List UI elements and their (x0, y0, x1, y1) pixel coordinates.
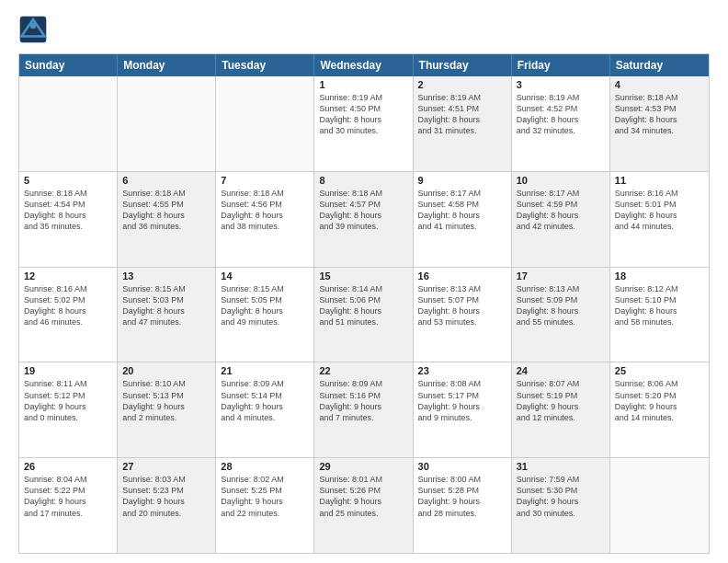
calendar-row-0: 1Sunrise: 8:19 AM Sunset: 4:50 PM Daylig… (19, 76, 709, 171)
calendar-cell-day-17: 17Sunrise: 8:13 AM Sunset: 5:09 PM Dayli… (512, 268, 610, 362)
calendar-cell-empty (216, 76, 314, 171)
calendar-cell-day-11: 11Sunrise: 8:16 AM Sunset: 5:01 PM Dayli… (610, 172, 709, 267)
day-number: 18 (615, 270, 704, 282)
day-info: Sunrise: 8:18 AM Sunset: 4:57 PM Dayligh… (319, 188, 407, 233)
day-number: 4 (615, 79, 704, 90)
day-info: Sunrise: 7:59 AM Sunset: 5:30 PM Dayligh… (517, 474, 605, 519)
calendar-cell-day-25: 25Sunrise: 8:06 AM Sunset: 5:20 PM Dayli… (610, 362, 709, 457)
day-info: Sunrise: 8:12 AM Sunset: 5:10 PM Dayligh… (615, 283, 704, 328)
day-number: 13 (122, 270, 210, 282)
day-info: Sunrise: 8:06 AM Sunset: 5:20 PM Dayligh… (615, 378, 704, 423)
day-info: Sunrise: 8:08 AM Sunset: 5:17 PM Dayligh… (418, 378, 506, 423)
weekday-header-thursday: Thursday (414, 54, 512, 76)
calendar-cell-day-29: 29Sunrise: 8:01 AM Sunset: 5:26 PM Dayli… (314, 458, 413, 553)
day-number: 9 (418, 175, 506, 186)
calendar-cell-day-15: 15Sunrise: 8:14 AM Sunset: 5:06 PM Dayli… (314, 268, 413, 362)
day-number: 21 (221, 365, 309, 376)
day-info: Sunrise: 8:17 AM Sunset: 4:59 PM Dayligh… (517, 188, 605, 233)
calendar-cell-day-26: 26Sunrise: 8:04 AM Sunset: 5:22 PM Dayli… (19, 458, 118, 553)
calendar-cell-day-23: 23Sunrise: 8:08 AM Sunset: 5:17 PM Dayli… (414, 362, 512, 457)
calendar-cell-day-5: 5Sunrise: 8:18 AM Sunset: 4:54 PM Daylig… (19, 172, 118, 267)
calendar-cell-day-12: 12Sunrise: 8:16 AM Sunset: 5:02 PM Dayli… (19, 268, 118, 362)
day-info: Sunrise: 8:00 AM Sunset: 5:28 PM Dayligh… (418, 474, 506, 519)
calendar-cell-day-24: 24Sunrise: 8:07 AM Sunset: 5:19 PM Dayli… (512, 362, 610, 457)
day-info: Sunrise: 8:14 AM Sunset: 5:06 PM Dayligh… (319, 283, 407, 328)
calendar: SundayMondayTuesdayWednesdayThursdayFrid… (18, 53, 710, 554)
calendar-cell-day-20: 20Sunrise: 8:10 AM Sunset: 5:13 PM Dayli… (118, 362, 216, 457)
calendar-cell-day-21: 21Sunrise: 8:09 AM Sunset: 5:14 PM Dayli… (216, 362, 314, 457)
weekday-header-wednesday: Wednesday (314, 54, 413, 76)
calendar-cell-day-13: 13Sunrise: 8:15 AM Sunset: 5:03 PM Dayli… (118, 268, 216, 362)
calendar-cell-day-27: 27Sunrise: 8:03 AM Sunset: 5:23 PM Dayli… (118, 458, 216, 553)
day-info: Sunrise: 8:15 AM Sunset: 5:05 PM Dayligh… (221, 283, 309, 328)
day-number: 20 (122, 365, 210, 376)
day-number: 10 (517, 175, 605, 186)
day-number: 31 (517, 461, 605, 472)
day-number: 11 (615, 175, 704, 186)
day-info: Sunrise: 8:15 AM Sunset: 5:03 PM Dayligh… (122, 283, 210, 328)
calendar-cell-day-14: 14Sunrise: 8:15 AM Sunset: 5:05 PM Dayli… (216, 268, 314, 362)
calendar-cell-day-4: 4Sunrise: 8:18 AM Sunset: 4:53 PM Daylig… (610, 76, 709, 171)
logo-icon (18, 15, 48, 44)
svg-point-2 (30, 22, 37, 29)
day-info: Sunrise: 8:13 AM Sunset: 5:09 PM Dayligh… (517, 283, 605, 328)
calendar-cell-day-7: 7Sunrise: 8:18 AM Sunset: 4:56 PM Daylig… (216, 172, 314, 267)
day-info: Sunrise: 8:16 AM Sunset: 5:01 PM Dayligh… (615, 188, 704, 233)
day-number: 24 (517, 365, 605, 376)
day-info: Sunrise: 8:17 AM Sunset: 4:58 PM Dayligh… (418, 188, 506, 233)
day-number: 7 (221, 175, 309, 186)
day-info: Sunrise: 8:19 AM Sunset: 4:51 PM Dayligh… (418, 92, 506, 137)
calendar-body: 1Sunrise: 8:19 AM Sunset: 4:50 PM Daylig… (19, 76, 709, 553)
calendar-cell-day-6: 6Sunrise: 8:18 AM Sunset: 4:55 PM Daylig… (118, 172, 216, 267)
day-info: Sunrise: 8:07 AM Sunset: 5:19 PM Dayligh… (517, 378, 605, 423)
calendar-cell-empty (610, 458, 709, 553)
calendar-row-1: 5Sunrise: 8:18 AM Sunset: 4:54 PM Daylig… (19, 171, 709, 267)
day-info: Sunrise: 8:10 AM Sunset: 5:13 PM Dayligh… (122, 378, 210, 423)
day-number: 22 (319, 365, 407, 376)
calendar-row-3: 19Sunrise: 8:11 AM Sunset: 5:12 PM Dayli… (19, 362, 709, 457)
calendar-cell-day-1: 1Sunrise: 8:19 AM Sunset: 4:50 PM Daylig… (314, 76, 413, 171)
day-number: 14 (221, 270, 309, 282)
calendar-row-2: 12Sunrise: 8:16 AM Sunset: 5:02 PM Dayli… (19, 267, 709, 362)
weekday-header-sunday: Sunday (19, 54, 118, 76)
page: SundayMondayTuesdayWednesdayThursdayFrid… (0, 0, 728, 563)
day-number: 17 (517, 270, 605, 282)
calendar-cell-day-22: 22Sunrise: 8:09 AM Sunset: 5:16 PM Dayli… (314, 362, 413, 457)
day-info: Sunrise: 8:19 AM Sunset: 4:52 PM Dayligh… (517, 92, 605, 137)
calendar-header-row: SundayMondayTuesdayWednesdayThursdayFrid… (19, 54, 709, 76)
day-info: Sunrise: 8:19 AM Sunset: 4:50 PM Dayligh… (319, 92, 407, 137)
day-info: Sunrise: 8:01 AM Sunset: 5:26 PM Dayligh… (319, 474, 407, 519)
calendar-cell-day-2: 2Sunrise: 8:19 AM Sunset: 4:51 PM Daylig… (414, 76, 512, 171)
day-number: 1 (319, 79, 407, 90)
day-number: 3 (517, 79, 605, 90)
weekday-header-saturday: Saturday (610, 54, 709, 76)
day-number: 19 (24, 365, 112, 376)
day-info: Sunrise: 8:18 AM Sunset: 4:54 PM Dayligh… (24, 188, 112, 233)
logo (18, 15, 51, 44)
day-info: Sunrise: 8:04 AM Sunset: 5:22 PM Dayligh… (24, 474, 112, 519)
day-info: Sunrise: 8:13 AM Sunset: 5:07 PM Dayligh… (418, 283, 506, 328)
day-number: 5 (24, 175, 112, 186)
day-info: Sunrise: 8:18 AM Sunset: 4:55 PM Dayligh… (122, 188, 210, 233)
calendar-cell-day-10: 10Sunrise: 8:17 AM Sunset: 4:59 PM Dayli… (512, 172, 610, 267)
day-number: 28 (221, 461, 309, 472)
day-info: Sunrise: 8:16 AM Sunset: 5:02 PM Dayligh… (24, 283, 112, 328)
day-number: 8 (319, 175, 407, 186)
day-info: Sunrise: 8:03 AM Sunset: 5:23 PM Dayligh… (122, 474, 210, 519)
day-info: Sunrise: 8:09 AM Sunset: 5:14 PM Dayligh… (221, 378, 309, 423)
header (18, 15, 710, 44)
calendar-cell-day-30: 30Sunrise: 8:00 AM Sunset: 5:28 PM Dayli… (414, 458, 512, 553)
calendar-cell-day-28: 28Sunrise: 8:02 AM Sunset: 5:25 PM Dayli… (216, 458, 314, 553)
day-info: Sunrise: 8:18 AM Sunset: 4:56 PM Dayligh… (221, 188, 309, 233)
day-info: Sunrise: 8:02 AM Sunset: 5:25 PM Dayligh… (221, 474, 309, 519)
calendar-cell-day-16: 16Sunrise: 8:13 AM Sunset: 5:07 PM Dayli… (414, 268, 512, 362)
calendar-cell-day-18: 18Sunrise: 8:12 AM Sunset: 5:10 PM Dayli… (610, 268, 709, 362)
weekday-header-friday: Friday (512, 54, 610, 76)
day-number: 16 (418, 270, 506, 282)
day-info: Sunrise: 8:18 AM Sunset: 4:53 PM Dayligh… (615, 92, 704, 137)
calendar-cell-empty (118, 76, 216, 171)
calendar-cell-empty (19, 76, 118, 171)
day-number: 12 (24, 270, 112, 282)
calendar-row-4: 26Sunrise: 8:04 AM Sunset: 5:22 PM Dayli… (19, 457, 709, 553)
weekday-header-tuesday: Tuesday (216, 54, 314, 76)
